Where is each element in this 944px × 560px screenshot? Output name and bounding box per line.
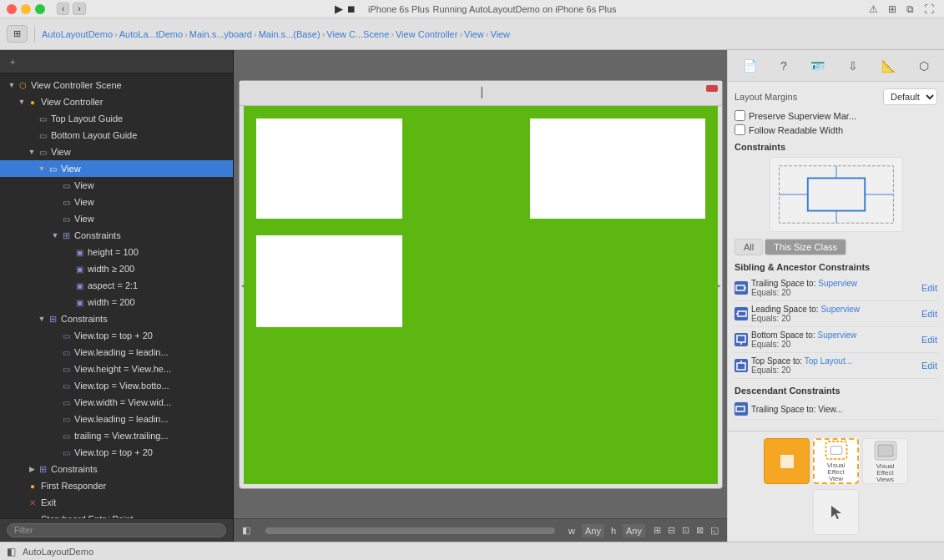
- tree-label-c-aspect: aspect = 2:1: [88, 280, 138, 290]
- constraint-tabs: All This Size Class: [735, 239, 937, 255]
- tree-item-c-vheight[interactable]: ▭ View.height = View.he...: [0, 361, 233, 377]
- expand-arrow-constraints-inner[interactable]: ▼: [50, 230, 60, 240]
- canvas-tool-5[interactable]: ◱: [709, 523, 720, 537]
- tree-item-vc-scene[interactable]: ▼ ⬡ View Controller Scene: [0, 77, 233, 93]
- quick-help-button[interactable]: ?: [777, 56, 790, 76]
- breadcrumb-autola[interactable]: AutoLa...tDemo: [119, 29, 183, 39]
- titlebar-right: ⚠ ⊞ ⧉ ⛶: [866, 2, 937, 17]
- size-selector-w[interactable]: Any: [582, 524, 604, 537]
- white-box-top-right[interactable]: [530, 119, 705, 219]
- edit-button-top[interactable]: Edit: [921, 361, 937, 371]
- breadcrumb-vcscene[interactable]: View C...Scene: [326, 29, 389, 39]
- scheme-button[interactable]: ⚠: [866, 2, 881, 17]
- view-object-icon[interactable]: [764, 438, 810, 484]
- size-inspector-button[interactable]: 📐: [878, 56, 899, 76]
- canvas-tool-2[interactable]: ⊟: [666, 523, 677, 537]
- white-box-top-left[interactable]: [256, 119, 402, 219]
- identity-inspector-button[interactable]: 🪪: [807, 56, 828, 76]
- expand-arrow-vc-scene[interactable]: ▼: [7, 80, 17, 90]
- tree-item-bottom-layout[interactable]: ▭ Bottom Layout Guide: [0, 127, 233, 144]
- tree-item-c-vlead[interactable]: ▭ View.leading = leadin...: [0, 344, 233, 361]
- tree-item-vc[interactable]: ▼ ● View Controller: [0, 93, 233, 110]
- white-box-bottom-left[interactable]: [256, 235, 402, 327]
- breadcrumb-autolayoutdemo[interactable]: AutoLayoutDemo: [42, 29, 113, 39]
- minimize-button[interactable]: [21, 4, 31, 14]
- canvas-area[interactable]: | ◁ ▷: [234, 50, 727, 518]
- layout-margins-select[interactable]: Default: [883, 88, 937, 105]
- grid-button[interactable]: ⊞: [7, 25, 28, 43]
- edit-button-trailing[interactable]: Edit: [921, 283, 937, 293]
- maximize-button[interactable]: [35, 4, 45, 14]
- breadcrumb-mainstoryboard[interactable]: Main.s...yboard: [189, 29, 252, 39]
- tree-item-c-vtop2[interactable]: ▭ View.top = top + 20: [0, 444, 233, 461]
- tree-label-bottom-layout: Bottom Layout Guide: [51, 130, 137, 140]
- tree-label-c-vheight: View.height = View.he...: [74, 364, 171, 374]
- titlebar-device: iPhone 6s Plus: [368, 4, 429, 14]
- expand-arrow-constraints-outer[interactable]: ▼: [37, 314, 47, 324]
- scene-icon: ⬡: [17, 79, 28, 91]
- tree-item-constraints-top[interactable]: ▶ ⊞ Constraints: [0, 461, 233, 477]
- follow-readable-checkbox[interactable]: [735, 124, 745, 135]
- tab-all[interactable]: All: [735, 239, 763, 255]
- expand-arrow-view-selected[interactable]: ▼: [37, 164, 47, 174]
- canvas-tool-3[interactable]: ⊡: [680, 523, 691, 537]
- forward-button[interactable]: ›: [73, 3, 85, 15]
- expand-arrow-view-parent[interactable]: ▼: [27, 147, 37, 157]
- tree-item-c-aspect[interactable]: ▣ aspect = 2:1: [0, 277, 233, 294]
- tree-item-view2[interactable]: ▭ View: [0, 194, 233, 210]
- window-button[interactable]: ⧉: [903, 2, 917, 17]
- tree-item-view3[interactable]: ▭ View: [0, 210, 233, 227]
- cursor-tool-icon[interactable]: [813, 489, 859, 535]
- tree-item-constraints-outer[interactable]: ▼ ⊞ Constraints: [0, 310, 233, 327]
- tree-item-c-vwidth[interactable]: ▭ View.width = View.wid...: [0, 394, 233, 411]
- tree-item-constraints-inner[interactable]: ▼ ⊞ Constraints: [0, 227, 233, 244]
- edit-button-leading[interactable]: Edit: [921, 309, 937, 319]
- follow-readable-row: Follow Readable Width: [735, 124, 937, 135]
- canvas-tool-left[interactable]: ◧: [240, 523, 252, 537]
- tab-this-size[interactable]: This Size Class: [765, 239, 846, 255]
- tree-item-c-vbottom[interactable]: ▭ View.top = View.botto...: [0, 377, 233, 394]
- svg-rect-8: [738, 311, 746, 316]
- fullscreen-button[interactable]: ⛶: [921, 2, 937, 17]
- back-button[interactable]: ‹: [57, 3, 69, 15]
- filter-input[interactable]: [7, 523, 226, 537]
- attributes-inspector-button[interactable]: ⇩: [845, 56, 861, 76]
- layout-button[interactable]: ⊞: [885, 2, 900, 17]
- connections-inspector-button[interactable]: ⬡: [916, 56, 932, 76]
- visual-effect-views-icon[interactable]: VisualEffectViews: [862, 438, 908, 484]
- size-selector-h[interactable]: Any: [623, 524, 645, 537]
- tree-item-c-width2[interactable]: ▣ width = 200: [0, 294, 233, 310]
- tree-label-c-height: height = 100: [88, 247, 139, 257]
- tree-item-c-trailing[interactable]: ▭ trailing = View.trailing...: [0, 427, 233, 444]
- breadcrumb-view2[interactable]: View: [490, 29, 510, 39]
- tree-item-c-width1[interactable]: ▣ width ≥ 200: [0, 260, 233, 277]
- c-vheight-icon: ▭: [60, 363, 72, 375]
- tree-item-view-parent[interactable]: ▼ ▭ View: [0, 144, 233, 160]
- canvas-tool-1[interactable]: ⊞: [652, 523, 663, 537]
- left-panel-add[interactable]: +: [7, 55, 18, 68]
- preserve-superview-checkbox[interactable]: [735, 110, 745, 121]
- breadcrumb-vc[interactable]: View Controller: [396, 29, 457, 39]
- tree-item-c-height[interactable]: ▣ height = 100: [0, 244, 233, 260]
- sibling-section-header: Sibling & Ancestor Constraints: [735, 262, 937, 272]
- visual-effect-view-icon[interactable]: VisualEffectView: [813, 438, 859, 484]
- breadcrumb-mainbase[interactable]: Main.s...(Base): [259, 29, 321, 39]
- expand-arrow-vc[interactable]: ▼: [17, 97, 27, 107]
- tree-item-view-selected[interactable]: ▼ ▭ View: [0, 160, 233, 177]
- phone-screen[interactable]: [244, 106, 718, 484]
- expand-arrow-constraints-top[interactable]: ▶: [27, 464, 37, 474]
- breadcrumb-view1[interactable]: View: [464, 29, 484, 39]
- tree-item-top-layout[interactable]: ▭ Top Layout Guide: [0, 110, 233, 127]
- file-inspector-button[interactable]: 📄: [740, 56, 760, 76]
- tree-item-first-responder[interactable]: ● First Responder: [0, 477, 233, 494]
- edit-button-bottom[interactable]: Edit: [921, 335, 937, 345]
- tree-item-view1[interactable]: ▭ View: [0, 177, 233, 194]
- tree-item-exit[interactable]: ✕ Exit: [0, 494, 233, 511]
- canvas-tool-4[interactable]: ⊠: [694, 523, 705, 537]
- tree-item-storyboard-entry[interactable]: → Storyboard Entry Point: [0, 511, 233, 518]
- tree-item-c-vlead2[interactable]: ▭ View.leading = leadin...: [0, 411, 233, 427]
- tree-item-c-vtop[interactable]: ▭ View.top = top + 20: [0, 327, 233, 344]
- svg-rect-20: [878, 445, 893, 457]
- close-button[interactable]: [7, 4, 17, 14]
- scrollbar-horizontal[interactable]: [265, 527, 555, 534]
